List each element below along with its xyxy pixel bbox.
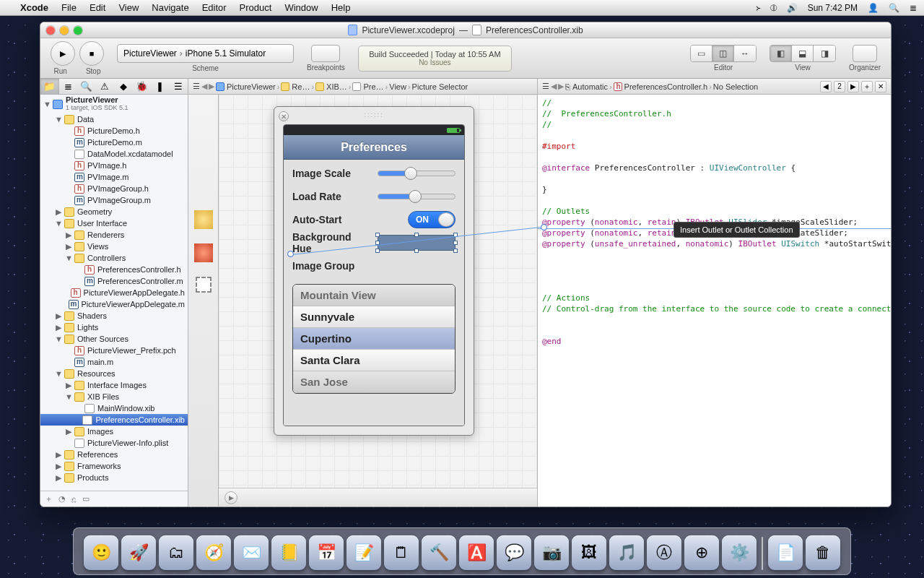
bluetooth-icon[interactable]: ᚛ <box>756 3 760 13</box>
related-items-icon[interactable]: ☰ <box>193 82 200 91</box>
assistant-jump-bar[interactable]: ☰ ◀ ▶ ⎘Automatic ›PreferencesController.… <box>537 79 891 94</box>
jb-2[interactable]: XIB… <box>326 82 347 91</box>
menu-window[interactable]: Window <box>284 2 318 13</box>
folder-row[interactable]: ▼Resources <box>40 368 188 379</box>
menu-help[interactable]: Help <box>331 2 351 13</box>
assistant-close-button[interactable]: ✕ <box>875 81 886 92</box>
dock-reminders-icon[interactable]: 📝 <box>346 535 381 570</box>
forward-icon[interactable]: ▶ <box>209 82 214 91</box>
wifi-icon[interactable]: ⦷ <box>770 3 777 13</box>
folder-row[interactable]: ▼Other Sources <box>40 333 188 345</box>
folder-row[interactable]: ▶Renderers <box>40 229 188 241</box>
menu-file[interactable]: File <box>61 2 77 13</box>
organizer-button[interactable] <box>853 45 877 62</box>
picker-option[interactable]: San Jose <box>293 371 455 393</box>
dock-preview-icon[interactable]: 🖼 <box>572 535 606 570</box>
menu-clock[interactable]: Sun 7:42 PM <box>808 3 858 13</box>
dock-mail-icon[interactable]: ✉️ <box>234 535 269 570</box>
dock-itunes-icon[interactable]: 🎵 <box>609 535 644 570</box>
file-row[interactable]: PreferencesController.h <box>40 264 188 275</box>
dock-appstore2-icon[interactable]: Ⓐ <box>647 535 681 570</box>
window-titlebar[interactable]: PictureViewer.xcodeproj — PreferencesCon… <box>40 22 891 38</box>
back-icon[interactable]: ◀ <box>201 82 207 91</box>
dock-safari-icon[interactable]: 🧭 <box>196 535 231 570</box>
file-row[interactable]: PictureDemo.m <box>40 137 188 148</box>
file-row[interactable]: PVImage.h <box>40 160 188 171</box>
menu-navigate[interactable]: Navigate <box>152 2 188 13</box>
project-navigator-tab[interactable]: 📁 <box>40 79 59 95</box>
file-row[interactable]: PVImage.m <box>40 171 188 183</box>
menu-product[interactable]: Product <box>240 2 272 13</box>
forward-icon[interactable]: ▶ <box>558 82 564 91</box>
zoom-button[interactable] <box>74 26 82 35</box>
file-row[interactable]: MainWindow.xib <box>40 402 188 414</box>
dock-facetime-icon[interactable]: 📷 <box>534 535 569 570</box>
folder-row[interactable]: ▼Controllers <box>40 252 188 264</box>
jb-1[interactable]: Re… <box>292 82 310 91</box>
folder-row[interactable]: ▼XIB Files <box>40 391 188 402</box>
filter-icon[interactable]: ▭ <box>82 494 90 504</box>
counterpart-prev[interactable]: ◀ <box>820 81 832 92</box>
dock-sysprefs-icon[interactable]: ⚙️ <box>722 535 757 570</box>
dock-calendar-icon[interactable]: 📅 <box>309 535 344 570</box>
folder-row[interactable]: ▶Lights <box>40 322 188 333</box>
file-row[interactable]: PreferencesController.m <box>40 275 188 287</box>
folder-row[interactable]: ▶References <box>40 449 188 460</box>
dock-appstore-icon[interactable]: 🅰️ <box>459 535 494 570</box>
file-tree[interactable]: ▼PictureViewer1 target, iOS SDK 5.1▼Data… <box>40 95 188 491</box>
dock-notes-icon[interactable]: 🗒 <box>384 535 419 570</box>
breakpoint-navigator-tab[interactable]: ❚ <box>151 79 170 95</box>
menu-editor[interactable]: Editor <box>202 2 227 13</box>
volume-icon[interactable]: 🔊 <box>787 3 798 13</box>
find-navigator-tab[interactable]: 🔍 <box>77 79 96 95</box>
assistant-add-button[interactable]: ＋ <box>861 81 873 92</box>
file-row[interactable]: PictureViewer-Info.plist <box>40 437 188 449</box>
file-row[interactable]: PictureViewer_Prefix.pch <box>40 345 188 356</box>
user-icon[interactable]: 👤 <box>868 3 879 13</box>
dock-textedit-icon[interactable]: 📄 <box>768 535 803 570</box>
jb-project[interactable]: PictureViewer <box>227 82 276 91</box>
run-button[interactable]: ▶ <box>51 41 75 66</box>
counterpart-next[interactable]: ▶ <box>847 81 859 92</box>
breakpoints-button[interactable] <box>311 45 340 62</box>
ib-jump-bar[interactable]: ☰ ◀ ▶ PictureViewer ›Re… ›XIB… ›Pre… ›Vi… <box>188 79 537 94</box>
folder-row[interactable]: ▶Products <box>40 472 188 483</box>
file-row[interactable]: PictureViewerAppDelegate.h <box>40 287 188 298</box>
dock-xcode-icon[interactable]: 🔨 <box>422 535 456 570</box>
auto-start-switch[interactable]: ON <box>408 211 456 228</box>
dock-contacts-icon[interactable]: 📒 <box>271 535 306 570</box>
folder-row[interactable]: ▼Data <box>40 113 188 125</box>
jb-5[interactable]: Picture Selector <box>412 82 468 91</box>
view-debug-button[interactable]: ⬓ <box>792 46 814 61</box>
canvas-play-icon[interactable]: ▶ <box>225 491 237 504</box>
menu-edit[interactable]: Edit <box>90 2 105 13</box>
file-row[interactable]: main.m <box>40 356 188 368</box>
view-navigator-button[interactable]: ◧ <box>770 46 792 61</box>
menu-view[interactable]: View <box>118 2 139 13</box>
dock-messages-icon[interactable]: 💬 <box>497 535 531 570</box>
file-row[interactable]: PVImageGroup.m <box>40 194 188 206</box>
jb-file[interactable]: PreferencesController.h <box>624 82 708 91</box>
folder-row[interactable]: ▼User Interface <box>40 217 188 229</box>
view-utilities-button[interactable]: ◨ <box>814 46 835 61</box>
related-items-icon[interactable]: ☰ <box>542 82 549 91</box>
file-row[interactable]: DataModel.xcdatamodel <box>40 148 188 160</box>
stop-button[interactable]: ■ <box>79 41 104 66</box>
folder-row[interactable]: ▶Interface Images <box>40 379 188 391</box>
back-icon[interactable]: ◀ <box>551 82 557 91</box>
editor-standard-button[interactable]: ▭ <box>691 46 712 61</box>
file-row[interactable]: PVImageGroup.h <box>40 183 188 194</box>
ib-canvas[interactable]: ✕ :::::: Preferences Image Scale Load Ra… <box>219 95 537 506</box>
project-row[interactable]: ▼PictureViewer1 target, iOS SDK 5.1 <box>40 95 188 113</box>
load-rate-slider[interactable] <box>378 194 456 199</box>
close-popup-icon[interactable]: ✕ <box>279 111 289 121</box>
image-group-picker[interactable]: Mountain ViewSunnyvaleCupertinoSanta Cla… <box>292 284 456 394</box>
folder-row[interactable]: ▶Views <box>40 241 188 252</box>
folder-row[interactable]: ▶Frameworks <box>40 460 188 472</box>
picker-option[interactable]: Mountain View <box>293 285 455 306</box>
folder-row[interactable]: ▶Images <box>40 426 188 437</box>
add-icon[interactable]: ＋ <box>45 493 53 504</box>
notification-center-icon[interactable]: ≣ <box>910 3 917 13</box>
grip-icon[interactable]: :::::: <box>364 111 383 118</box>
dock-missioncontrol-icon[interactable]: 🗂 <box>159 535 193 570</box>
